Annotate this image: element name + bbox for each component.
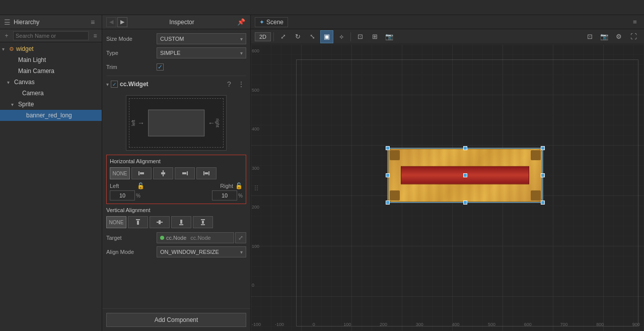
tree-label-sprite: Sprite (18, 101, 34, 108)
tool-transform[interactable]: ⟡ (335, 30, 348, 43)
hierarchy-add-btn[interactable]: + (2, 31, 11, 40)
widget-menu-btn[interactable]: ⋮ (236, 79, 246, 89)
tree-toggle-canvas[interactable]: ▾ (7, 80, 14, 85)
v-align-bottom-btn[interactable] (171, 216, 191, 228)
inspector-forward-btn[interactable]: ▶ (117, 17, 127, 27)
left-percent: % (136, 193, 140, 198)
inspector-lock-btn[interactable]: 📌 (236, 17, 246, 27)
tool-move[interactable]: ⤢ (276, 30, 290, 43)
handle-bc[interactable] (463, 201, 467, 205)
tree-item-mainlight[interactable]: ▸ Main Light (0, 54, 102, 65)
handle-br[interactable] (541, 201, 545, 205)
hierarchy-search-input[interactable] (13, 31, 89, 40)
hierarchy-header: ☰ Hierarchy ≡ (0, 15, 102, 29)
tree-label-maincamera: Main Camera (18, 68, 54, 75)
right-value-input[interactable] (212, 190, 237, 201)
tree-toggle-widget[interactable]: ▾ (2, 46, 9, 52)
align-mode-dropdown[interactable]: ON_WINDOW_RESIZE ▾ (157, 246, 246, 257)
add-component-btn[interactable]: Add Component (106, 313, 246, 327)
scene-tab[interactable]: ✦ Scene (255, 17, 288, 27)
diagram-label-left: left (131, 120, 136, 126)
tool-2d[interactable]: 2D (255, 32, 271, 41)
target-select-btn[interactable]: ⤢ (235, 232, 246, 243)
add-component-area: Add Component (102, 308, 250, 331)
inspector-panel: ◀ ▶ Inspector 📌 Size Mode CUSTOM ▾ Type (102, 15, 251, 331)
widget-preview: left right → ← (106, 95, 246, 151)
v-align-none-btn[interactable]: NONE (106, 216, 126, 228)
handle-center[interactable] (463, 173, 467, 177)
vertical-align-buttons: NONE (106, 216, 246, 228)
svg-rect-14 (179, 224, 183, 225)
svg-rect-7 (208, 171, 209, 175)
align-mode-value: ON_WINDOW_RESIZE (160, 249, 219, 255)
widget-diagram: left right → ← (126, 95, 227, 151)
handle-tl[interactable] (386, 146, 390, 150)
v-align-top-btn[interactable] (128, 216, 148, 228)
widget-section-toggle[interactable]: ▾ (106, 82, 109, 87)
type-label: Type (106, 50, 157, 56)
tool-r2[interactable]: 📷 (598, 30, 611, 43)
widget-section-checkbox[interactable]: ✓ (111, 81, 118, 88)
type-dropdown[interactable]: SIMPLE ▾ (157, 47, 246, 58)
main-area: ☰ Hierarchy ≡ + ≡ ▾ ⚙ widget ▸ Main Ligh… (0, 15, 644, 331)
scene-tab-icon: ✦ (259, 19, 264, 26)
tree-item-canvas[interactable]: ▾ Canvas (0, 77, 102, 88)
banner-sprite[interactable] (387, 148, 543, 203)
svg-rect-6 (203, 171, 204, 175)
svg-rect-0 (138, 171, 139, 175)
tree-item-maincamera[interactable]: ▸ Main Camera (0, 65, 102, 77)
widget-help-btn[interactable]: ? (224, 79, 234, 89)
tree-item-widget[interactable]: ▾ ⚙ widget (0, 43, 102, 54)
handle-tc[interactable] (463, 146, 467, 150)
tool-camera[interactable]: 📷 (383, 30, 396, 43)
tree-toggle-sprite[interactable]: ▾ (11, 102, 18, 107)
h-align-none-btn[interactable]: NONE (110, 167, 130, 179)
vertical-alignment-section: Vertical Alignment NONE (106, 207, 246, 228)
tool-snap[interactable]: ⊡ (353, 30, 367, 43)
handle-bl[interactable] (386, 201, 390, 205)
handle-mr[interactable] (541, 173, 545, 177)
h-align-center-btn[interactable] (153, 167, 173, 179)
inspector-back-btn[interactable]: ◀ (106, 17, 116, 27)
horizontal-alignment-section: Horizontal Alignment NONE (106, 155, 246, 204)
tree-toggle-banner: ▸ (19, 113, 26, 118)
widget-icon: ⚙ (9, 46, 14, 52)
svg-rect-16 (201, 219, 205, 220)
hierarchy-list-btn[interactable]: ≡ (91, 31, 100, 40)
h-align-right-btn[interactable] (175, 167, 195, 179)
trim-checkbox[interactable]: ✓ (157, 63, 164, 71)
hierarchy-menu-btn[interactable]: ≡ (88, 17, 98, 27)
corner-tl (390, 150, 400, 160)
svg-rect-17 (201, 224, 205, 225)
h-align-stretch-btn[interactable] (196, 167, 217, 179)
diagram-label-right: right (215, 118, 220, 127)
scene-objects (251, 44, 644, 331)
tool-rotate[interactable]: ↻ (291, 30, 304, 43)
tool-grid[interactable]: ⊞ (368, 30, 381, 43)
scene-menu-btn[interactable]: ≡ (630, 17, 640, 27)
scene-panel: ✦ Scene ≡ 2D ⤢ ↻ ⤡ ▣ ⟡ ⊡ ⊞ 📷 ⊡ 📷 ⚙ ⛶ (251, 15, 644, 331)
handle-tr[interactable] (541, 146, 545, 150)
tree-item-sprite[interactable]: ▾ Sprite (0, 99, 102, 110)
scene-viewport[interactable]: 600 500 400 300 200 100 0 -100 -100 0 10… (251, 44, 644, 331)
handle-ml[interactable] (386, 173, 390, 177)
target-node-display: cc.Node cc.Node (157, 232, 234, 243)
left-value-input[interactable] (110, 190, 135, 201)
v-align-stretch-btn[interactable] (193, 216, 213, 228)
target-row: Target cc.Node cc.Node ⤢ (106, 232, 246, 243)
tool-scale[interactable]: ⤡ (306, 30, 319, 43)
top-toolbar (0, 0, 644, 15)
size-mode-label: Size Mode (106, 36, 157, 42)
tool-rect[interactable]: ▣ (320, 30, 333, 43)
h-align-left-btn[interactable] (131, 167, 152, 179)
type-row: Type SIMPLE ▾ (106, 47, 246, 58)
tool-r1[interactable]: ⊡ (583, 30, 596, 43)
tool-r4[interactable]: ⛶ (627, 30, 640, 43)
tree-item-camera[interactable]: ▸ Camera (0, 88, 102, 99)
tool-r3[interactable]: ⚙ (612, 30, 625, 43)
corner-bl (390, 190, 400, 201)
drag-panel[interactable] (255, 185, 260, 190)
tree-item-banner[interactable]: ▸ banner_red_long (0, 110, 102, 121)
size-mode-dropdown[interactable]: CUSTOM ▾ (157, 33, 246, 44)
v-align-center-btn[interactable] (150, 216, 170, 228)
